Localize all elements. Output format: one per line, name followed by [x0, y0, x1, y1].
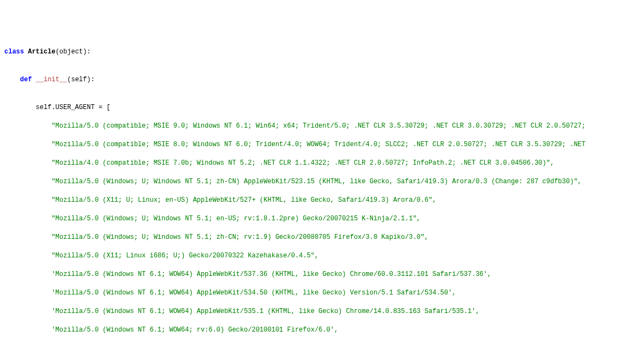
- code-line: 'Mozilla/5.0 (Windows NT 6.1; WOW64; rv:…: [4, 326, 644, 335]
- code-line: def __init__(self):: [4, 75, 644, 85]
- code-line: 'Mozilla/5.0 (Windows NT 6.1; WOW64) App…: [4, 288, 644, 298]
- code-editor[interactable]: class Article(object): def __init__(self…: [4, 38, 644, 343]
- method-name: __init__: [32, 76, 67, 83]
- code-line: class Article(object):: [4, 47, 644, 57]
- code-line: 'Mozilla/5.0 (Windows NT 6.1; WOW64) App…: [4, 307, 644, 316]
- keyword-def: def: [20, 76, 32, 83]
- code-line: "Mozilla/5.0 (Windows; U; Windows NT 5.1…: [4, 214, 644, 224]
- code-line: "Mozilla/5.0 (compatible; MSIE 8.0; Wind…: [4, 140, 644, 149]
- code-line: "Mozilla/5.0 (Windows; U; Windows NT 5.1…: [4, 177, 644, 186]
- code-line: 'Mozilla/5.0 (Windows NT 6.1; WOW64) App…: [4, 270, 644, 279]
- code-line: self.USER_AGENT = [: [4, 103, 644, 112]
- keyword-class: class: [4, 48, 24, 56]
- code-line: "Mozilla/4.0 (compatible; MSIE 7.0b; Win…: [4, 159, 644, 168]
- code-line: "Mozilla/5.0 (Windows; U; Windows NT 5.1…: [4, 233, 644, 242]
- code-line: "Mozilla/5.0 (compatible; MSIE 9.0; Wind…: [4, 122, 644, 131]
- code-line: "Mozilla/5.0 (X11; U; Linux; en-US) Appl…: [4, 196, 644, 205]
- code-line: "Mozilla/5.0 (X11; Linux i686; U;) Gecko…: [4, 251, 644, 261]
